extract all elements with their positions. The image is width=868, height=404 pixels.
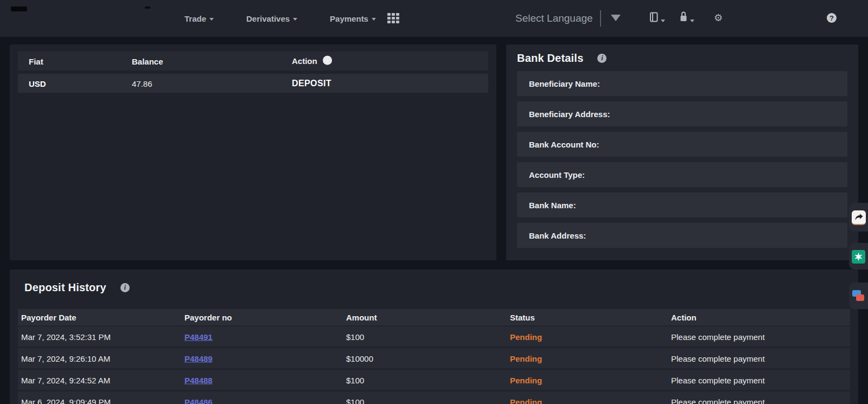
payorder-link[interactable]: P48486 [184,397,213,404]
openai-logo-icon [854,252,863,261]
lock-icon [679,11,688,22]
logo-mark [145,7,150,9]
column-header-action: Actioni [292,56,332,66]
fiat-currency: USD [29,79,46,88]
amount: $100 [346,397,364,404]
chevron-down-icon [293,18,297,21]
table-row: Mar 6, 2024, 9:09:49 PM P48486 $100 Pend… [18,392,850,404]
nav-item-label: Payments [330,14,368,23]
bank-field-beneficiary-address: Beneficiary Address: [517,101,847,126]
nav-item-derivatives[interactable]: Derivatives [246,14,297,23]
extension-dock [849,283,868,309]
chat-extension-button[interactable] [852,290,865,303]
nav-item-label: Derivatives [246,14,290,23]
bank-field-bank-address: Bank Address: [517,223,847,248]
bank-field-bank-name: Bank Name: [517,193,847,217]
bank-details-panel: Bank Details i Beneficiary Name: Benefic… [506,44,858,260]
table-row: Mar 7, 2024, 9:26:10 AM P48489 $10000 Pe… [18,348,850,368]
deposit-table-header: Payorder Date Payorder no Amount Status … [18,309,850,325]
column-header-amount: Amount [346,313,377,322]
table-row: Mar 7, 2024, 3:52:31 PM P48491 $100 Pend… [18,326,850,347]
action-text: Please complete payment [671,397,765,404]
chevron-down-icon [661,20,665,22]
apps-grid-icon[interactable] [387,13,399,23]
main-menu: Trade Derivatives Payments [184,0,376,37]
language-selector[interactable]: Select Language [515,0,593,37]
bank-field-beneficiary-name: Beneficiary Name: [517,71,847,96]
field-label: Beneficiary Address: [529,110,610,119]
book-icon [649,12,659,22]
field-label: Bank Account No: [529,140,599,149]
field-label: Bank Name: [529,201,576,210]
help-icon[interactable]: ? [827,13,837,23]
column-header-fiat: Fiat [29,56,43,66]
top-navigation-bar: Trade Derivatives Payments Select Langua… [0,0,868,37]
payorder-link[interactable]: P48488 [184,375,213,384]
bank-details-title: Bank Details [517,52,583,65]
action-text: Please complete payment [671,332,765,341]
status-badge: Pending [510,354,542,363]
share-arrow-icon [854,213,864,221]
fiat-table-header: Fiat Balance Actioni [18,52,488,70]
status-badge: Pending [510,375,542,384]
payorder-link[interactable]: P48489 [184,354,213,363]
payorder-date: Mar 7, 2024, 9:24:52 AM [21,375,110,384]
nav-item-payments[interactable]: Payments [330,14,376,23]
column-header-action: Action [671,313,697,322]
chatgpt-extension-button[interactable] [852,250,865,264]
info-icon[interactable]: i [597,54,607,63]
wallet-lock-icon[interactable] [679,11,694,22]
deposit-button[interactable]: DEPOSIT [292,79,331,88]
chevron-down-icon [690,20,694,22]
extension-dock [849,243,868,270]
language-dropdown-icon[interactable] [611,15,621,21]
extension-dock [849,203,868,232]
table-row: USD 47.86 DEPOSIT [18,74,488,93]
field-label: Beneficiary Name: [529,79,600,88]
field-label: Account Type: [529,170,585,179]
fiat-balance-value: 47.86 [132,79,152,88]
status-badge: Pending [510,332,542,341]
deposit-history-panel: Deposit History i Payorder Date Payorder… [10,270,858,404]
amount: $100 [346,332,364,341]
chat-bubble-icon [856,294,864,301]
amount: $10000 [346,354,373,363]
status-badge: Pending [510,397,542,404]
payorder-date: Mar 7, 2024, 9:26:10 AM [21,354,110,363]
share-extension-button[interactable] [852,210,866,225]
app-logo[interactable] [11,7,27,11]
action-text: Please complete payment [671,354,765,363]
nav-item-trade[interactable]: Trade [184,14,214,23]
field-label: Bank Address: [529,231,586,240]
amount: $100 [346,375,364,384]
column-header-status: Status [510,313,535,322]
settings-gear-icon[interactable]: ⚙ [714,12,723,23]
chevron-down-icon [372,18,376,21]
info-icon[interactable]: i [120,283,130,292]
orders-book-icon[interactable] [649,12,665,22]
column-header-payorder-no: Payorder no [184,313,232,322]
column-header-payorder-date: Payorder Date [21,313,76,322]
fiat-balance-panel: Fiat Balance Actioni USD 47.86 DEPOSIT [10,44,496,260]
bank-field-account-type: Account Type: [517,162,847,187]
action-text: Please complete payment [671,375,765,384]
info-icon[interactable]: i [323,56,332,65]
payorder-link[interactable]: P48491 [184,332,213,341]
payorder-date: Mar 7, 2024, 3:52:31 PM [21,332,111,341]
column-header-balance: Balance [132,56,163,66]
language-selector-label: Select Language [515,12,593,24]
payorder-date: Mar 6, 2024, 9:09:49 PM [21,397,111,404]
divider [600,10,601,27]
bank-field-account-no: Bank Account No: [517,132,847,157]
nav-item-label: Trade [184,14,206,23]
deposit-history-title: Deposit History [24,281,106,294]
table-row: Mar 7, 2024, 9:24:52 AM P48488 $100 Pend… [18,370,850,390]
chevron-down-icon [209,18,214,21]
